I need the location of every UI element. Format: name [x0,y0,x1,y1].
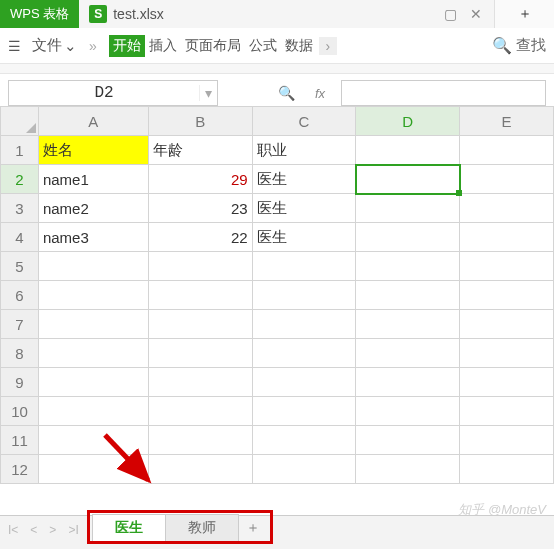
cell[interactable]: 姓名 [38,136,148,165]
cell[interactable] [148,252,252,281]
row-header[interactable]: 5 [1,252,39,281]
cell[interactable] [460,397,554,426]
sheet-nav-next[interactable]: > [49,523,56,537]
cell[interactable] [148,368,252,397]
file-tab-name[interactable]: test.xlsx [113,6,164,22]
sheet-tab-other[interactable]: 教师 [165,514,239,541]
cell[interactable]: 职业 [252,136,356,165]
cell[interactable] [148,455,252,484]
col-header-A[interactable]: A [38,107,148,136]
col-header-C[interactable]: C [252,107,356,136]
col-header-D[interactable]: D [356,107,460,136]
row-header[interactable]: 3 [1,194,39,223]
cell[interactable] [356,397,460,426]
ribbon-overflow-icon[interactable]: › [319,37,337,55]
cell[interactable] [356,165,460,194]
cell[interactable] [148,310,252,339]
cell[interactable] [356,426,460,455]
cell[interactable]: 29 [148,165,252,194]
cell[interactable] [460,194,554,223]
file-menu[interactable]: 文件 ⌄ [32,36,77,55]
cell[interactable]: name3 [38,223,148,252]
row-header[interactable]: 9 [1,368,39,397]
name-box[interactable]: D2 ▾ [8,80,218,106]
row-header[interactable]: 4 [1,223,39,252]
select-all-corner[interactable] [1,107,39,136]
row-header[interactable]: 7 [1,310,39,339]
add-sheet-button[interactable]: ＋ [238,515,268,541]
sheet-nav-prev[interactable]: < [30,523,37,537]
cell[interactable] [356,339,460,368]
col-header-E[interactable]: E [460,107,554,136]
cell[interactable] [356,252,460,281]
cell[interactable]: 医生 [252,165,356,194]
cell[interactable] [460,339,554,368]
cell[interactable] [252,368,356,397]
cell[interactable] [252,281,356,310]
fx-label[interactable]: fx [315,86,325,101]
cell[interactable] [252,426,356,455]
cell[interactable] [460,455,554,484]
cell[interactable]: 年龄 [148,136,252,165]
cell[interactable] [148,426,252,455]
sheet-nav-last[interactable]: >I [68,523,78,537]
cell[interactable] [252,339,356,368]
hamburger-icon[interactable]: ☰ [8,38,26,54]
cell[interactable]: 医生 [252,194,356,223]
name-box-dropdown-icon[interactable]: ▾ [199,85,217,101]
sheet-tab-active[interactable]: 医生 [92,514,166,541]
cell[interactable] [38,397,148,426]
cell[interactable] [460,426,554,455]
cell[interactable] [38,281,148,310]
row-header[interactable]: 11 [1,426,39,455]
cell[interactable] [356,194,460,223]
cell[interactable] [38,339,148,368]
cell[interactable] [38,310,148,339]
close-tab-icon[interactable]: ✕ [464,4,488,24]
row-header[interactable]: 12 [1,455,39,484]
cell[interactable] [148,339,252,368]
cell[interactable] [38,426,148,455]
cell[interactable] [148,397,252,426]
cell[interactable] [356,455,460,484]
cell[interactable] [356,368,460,397]
ribbon-tab-data[interactable]: 数据 [281,35,317,57]
ribbon-tab-page-layout[interactable]: 页面布局 [181,35,245,57]
cell[interactable] [252,397,356,426]
row-header[interactable]: 2 [1,165,39,194]
minimize-icon[interactable]: ▢ [438,4,462,24]
zoom-icon[interactable]: 🔍 [278,85,295,101]
row-header[interactable]: 1 [1,136,39,165]
cell[interactable]: 医生 [252,223,356,252]
cell[interactable] [460,281,554,310]
ribbon-tab-formulas[interactable]: 公式 [245,35,281,57]
cell[interactable] [356,223,460,252]
cell[interactable] [38,455,148,484]
cell[interactable] [252,310,356,339]
more-commands-icon[interactable]: » [83,38,103,54]
cell[interactable] [38,368,148,397]
cell[interactable] [460,136,554,165]
row-header[interactable]: 8 [1,339,39,368]
cell[interactable] [252,252,356,281]
spreadsheet-grid[interactable]: ABCDE 1姓名年龄职业2name129医生3name223医生4name32… [0,106,554,484]
cell[interactable] [356,136,460,165]
ribbon-tab-insert[interactable]: 插入 [145,35,181,57]
row-header[interactable]: 6 [1,281,39,310]
cell[interactable] [148,281,252,310]
cell[interactable] [356,281,460,310]
cell[interactable] [460,165,554,194]
cell[interactable] [356,310,460,339]
new-tab-button[interactable]: ＋ [494,0,554,28]
formula-input[interactable] [341,80,546,106]
sheet-nav-first[interactable]: I< [8,523,18,537]
row-header[interactable]: 10 [1,397,39,426]
cell[interactable] [460,223,554,252]
cell[interactable]: 23 [148,194,252,223]
cell[interactable]: 22 [148,223,252,252]
cell[interactable] [460,368,554,397]
cell[interactable] [38,252,148,281]
cell[interactable] [252,455,356,484]
cell[interactable]: name2 [38,194,148,223]
cell[interactable] [460,310,554,339]
